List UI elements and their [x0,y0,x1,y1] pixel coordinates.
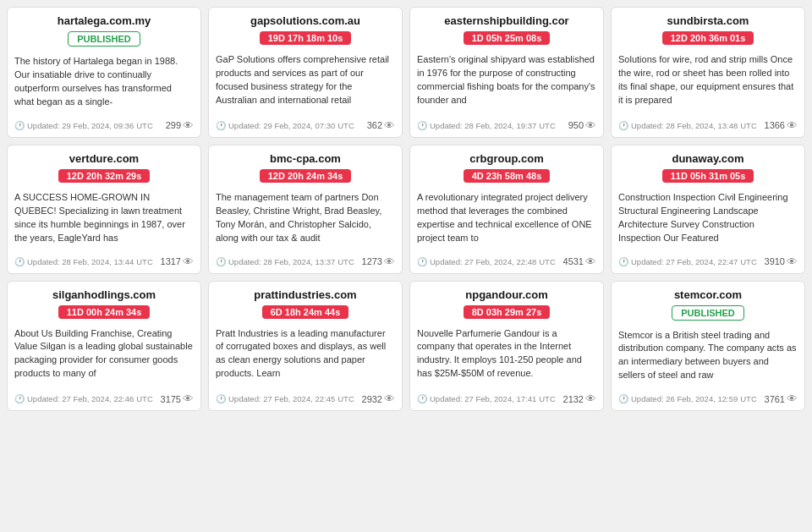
clock-icon: 🕐 [216,257,226,266]
card-title: crbgroup.com [415,152,598,165]
card-title: npgandour.com [415,288,598,301]
status-badge: 4D 23h 58m 48s [464,169,551,183]
card-description: A SUCCESS HOME-GROWN IN QUEBEC! Speciali… [14,191,194,245]
view-count: 2932 [362,394,382,404]
card-body: Construction Inspection Civil Engineerin… [612,186,804,255]
updated-text: Updated: 26 Feb, 2024, 12:59 [631,394,738,403]
cards-grid: hartalega.com.my PUBLISHED The history o… [0,0,812,418]
card-dunaway[interactable]: dunaway.com 11D 05h 31m 05s Construction… [611,145,805,274]
card-footer: 🕐 Updated: 28 Feb, 2024, 13:44 UTC 1317 … [8,255,200,273]
status-badge: 19D 17h 18m 10s [260,31,352,45]
card-header: stemcor.com PUBLISHED [612,282,804,324]
card-description: Construction Inspection Civil Engineerin… [618,191,798,245]
status-badge: 12D 20h 24m 34s [260,169,352,183]
card-footer: 🕐 Updated: 27 Feb, 2024, 22:47 UTC 3910 … [612,255,804,273]
updated-text: Updated: 27 Feb, 2024, 17:41 [430,394,536,403]
timezone-text: UTC [136,394,153,403]
clock-icon: 🕐 [618,257,628,266]
card-footer: 🕐 Updated: 27 Feb, 2024, 22:45 UTC 2932 … [209,392,402,410]
card-stemcor[interactable]: stemcor.com PUBLISHED Stemcor is a Briti… [611,281,805,412]
card-description: Stemcor is a British steel trading and d… [618,329,798,383]
updated-text: Updated: 27 Feb, 2024, 22:48 [430,257,536,266]
card-bmccpa[interactable]: bmc-cpa.com 12D 20h 24m 34s The manageme… [208,145,403,274]
card-vertdure[interactable]: vertdure.com 12D 20h 32m 29s A SUCCESS H… [7,145,201,274]
clock-icon: 🕐 [14,121,25,130]
card-crbgroup[interactable]: crbgroup.com 4D 23h 58m 48s A revolution… [409,145,604,274]
count-eye: 4531 👁 [563,255,596,268]
eye-icon: 👁 [787,392,798,405]
card-body: Eastern's original shipyard was establis… [410,48,603,119]
count-eye: 2932 👁 [362,392,395,405]
card-sundbirsta[interactable]: sundbirsta.com 12D 20h 36m 01s Solutions… [611,7,805,138]
timezone-text: UTC [337,394,354,403]
eye-icon: 👁 [787,255,798,268]
status-badge: 12D 20h 36m 01s [662,31,754,45]
card-description: About Us Building Franchise, Creating Va… [14,327,194,381]
card-npgandour[interactable]: npgandour.com 8D 03h 29m 27s Nouvelle Pa… [409,281,604,412]
eye-icon: 👁 [585,119,596,132]
card-description: Nouvelle Parfumerie Gandour is a company… [417,327,596,381]
card-gapsolutions[interactable]: gapsolutions.com.au 19D 17h 18m 10s GaP … [208,7,403,138]
card-easternshipbuilding[interactable]: easternshipbuilding.cor 1D 05h 25m 08s E… [409,7,604,138]
status-badge: PUBLISHED [672,305,744,321]
card-header: bmc-cpa.com 12D 20h 24m 34s [209,145,402,186]
updated-info: 🕐 Updated: 27 Feb, 2024, 22:46 UTC [14,394,153,403]
updated-text: Updated: 27 Feb, 2024, 22:47 [631,257,738,266]
updated-info: 🕐 Updated: 27 Feb, 2024, 22:45 UTC [216,394,354,403]
status-badge: 8D 03h 29m 27s [464,305,551,319]
count-eye: 2132 👁 [563,392,596,405]
card-description: A revolutionary integrated project deliv… [417,191,596,245]
timezone-text: UTC [539,121,556,130]
status-badge: 6D 18h 24m 44s [262,305,349,319]
card-description: The management team of partners Don Beas… [216,191,395,245]
updated-info: 🕐 Updated: 28 Feb, 2024, 19:37 UTC [417,121,556,130]
card-title: gapsolutions.com.au [214,14,397,27]
clock-icon: 🕐 [417,121,427,130]
timezone-text: UTC [539,257,556,266]
card-body: GaP Solutions offers comprehensive retai… [209,48,402,119]
status-badge: 11D 00h 24m 34s [58,305,151,319]
eye-icon: 👁 [585,392,596,405]
updated-text: Updated: 27 Feb, 2024, 22:45 [228,394,335,403]
card-footer: 🕐 Updated: 27 Feb, 2024, 22:46 UTC 3175 … [8,392,200,410]
clock-icon: 🕐 [618,394,628,403]
view-count: 950 [568,120,584,130]
card-description: Solutions for wire, rod and strip mills … [618,53,798,107]
card-header: hartalega.com.my PUBLISHED [8,8,200,50]
updated-text: Updated: 27 Feb, 2024, 22:46 [27,394,134,403]
card-title: silganhodlings.com [13,288,195,301]
updated-info: 🕐 Updated: 29 Feb, 2024, 07:30 UTC [216,121,354,130]
card-title: dunaway.com [617,152,799,165]
updated-text: Updated: 28 Feb, 2024, 13:37 [228,257,335,266]
card-prattindustries[interactable]: prattindustries.com 6D 18h 24m 44s Pratt… [208,281,403,412]
clock-icon: 🕐 [216,121,226,130]
card-description: The history of Hartalega began in 1988. … [14,55,194,109]
card-body: The management team of partners Don Beas… [209,186,402,255]
view-count: 3910 [765,256,785,266]
card-hartalega[interactable]: hartalega.com.my PUBLISHED The history o… [7,7,201,138]
updated-text: Updated: 28 Feb, 2024, 13:44 [27,257,134,266]
clock-icon: 🕐 [417,394,427,403]
card-header: dunaway.com 11D 05h 31m 05s [612,145,804,186]
card-body: A revolutionary integrated project deliv… [410,186,603,255]
card-footer: 🕐 Updated: 28 Feb, 2024, 13:48 UTC 1366 … [612,119,804,137]
card-footer: 🕐 Updated: 27 Feb, 2024, 17:41 UTC 2132 … [410,392,603,410]
card-body: Nouvelle Parfumerie Gandour is a company… [410,322,603,393]
card-header: prattindustries.com 6D 18h 24m 44s [209,282,402,322]
eye-icon: 👁 [183,255,194,268]
card-footer: 🕐 Updated: 29 Feb, 2024, 09:36 UTC 299 👁 [8,119,200,137]
card-header: silganhodlings.com 11D 00h 24m 34s [8,282,200,322]
count-eye: 3910 👁 [765,255,798,268]
card-header: easternshipbuilding.cor 1D 05h 25m 08s [410,8,603,48]
view-count: 299 [166,120,181,130]
eye-icon: 👁 [183,119,194,132]
updated-info: 🕐 Updated: 27 Feb, 2024, 22:47 UTC [618,257,757,266]
timezone-text: UTC [740,257,757,266]
card-footer: 🕐 Updated: 28 Feb, 2024, 13:37 UTC 1273 … [209,255,402,273]
card-title: bmc-cpa.com [214,152,397,165]
count-eye: 1366 👁 [765,119,798,132]
card-body: The history of Hartalega began in 1988. … [8,50,200,119]
card-title: hartalega.com.my [13,14,195,27]
card-silganhodlings[interactable]: silganhodlings.com 11D 00h 24m 34s About… [7,281,201,412]
updated-info: 🕐 Updated: 28 Feb, 2024, 13:44 UTC [14,257,153,266]
